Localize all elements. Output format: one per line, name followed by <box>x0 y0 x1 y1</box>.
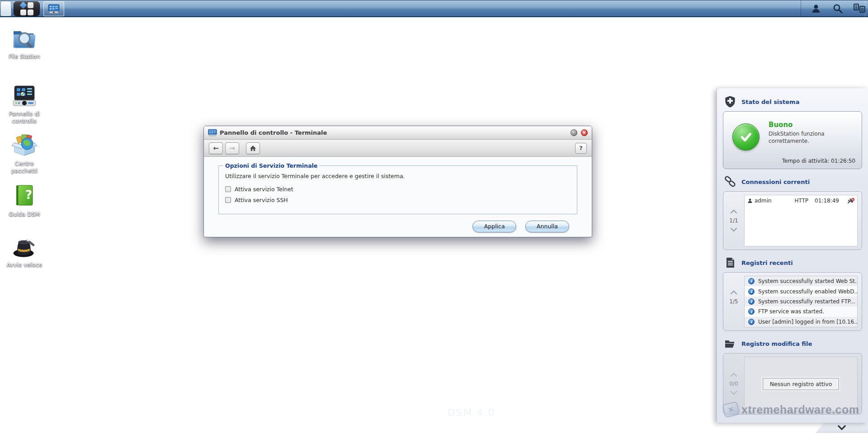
page-indicator: 1/5 <box>729 298 738 305</box>
connection-user: admin <box>755 198 794 204</box>
svg-text:?: ? <box>25 188 32 202</box>
taskbar-window-control-panel[interactable] <box>43 1 64 16</box>
log-row[interactable]: i System successfully enabled WebD... <box>745 286 857 296</box>
minimize-button[interactable] <box>571 129 577 136</box>
disconnect-icon[interactable] <box>847 198 854 204</box>
forward-button[interactable]: → <box>225 142 239 154</box>
telnet-checkbox-label[interactable]: Attiva servizio Telnet <box>235 186 293 193</box>
chain-link-icon <box>724 176 736 188</box>
ssh-option-row: Attiva servizio SSH <box>225 197 571 203</box>
connections-pager: 1/1 <box>723 192 744 250</box>
search-button[interactable] <box>832 3 844 14</box>
log-text: User [admin] logged in from [10.16... <box>758 319 858 325</box>
terminal-description: Utilizzare il servizio Terminale per acc… <box>225 173 571 179</box>
desktop-icon-quick-start[interactable]: Avvio veloce <box>3 233 46 269</box>
widget-panel-collapse-tab[interactable] <box>816 423 868 433</box>
desktop-icon-label: Avvio veloce <box>3 261 46 269</box>
status-text: Buono <box>769 121 793 129</box>
open-folder-icon <box>724 338 736 349</box>
brand-logy: logy <box>421 407 443 418</box>
help-icon: ? <box>579 145 583 151</box>
cancel-button[interactable]: Annulla <box>525 221 569 232</box>
info-icon: i <box>748 278 755 284</box>
connection-time: 01:18:49 <box>815 198 839 204</box>
back-button[interactable]: ← <box>209 142 223 154</box>
user-icon <box>811 4 821 14</box>
forward-arrow-icon: → <box>229 144 235 152</box>
chevron-down-icon <box>837 425 846 430</box>
close-button[interactable]: × <box>581 129 588 136</box>
search-icon <box>832 3 843 14</box>
telnet-checkbox[interactable] <box>225 186 231 192</box>
widget-title: Connessioni correnti <box>741 179 810 185</box>
main-menu-grid-icon <box>20 2 33 15</box>
file-log-card: 0/0 Nessun registro attivo <box>723 353 862 415</box>
apply-button[interactable]: Applica <box>472 221 516 232</box>
log-row[interactable]: i FTP service was started. <box>745 307 857 316</box>
logs-list: i System successfully started Web St... … <box>744 276 858 327</box>
connections-list: admin HTTP 01:18:49 <box>744 195 858 246</box>
user-menu-button[interactable] <box>810 3 822 14</box>
log-row[interactable]: i System successfully started Web St... <box>745 276 857 286</box>
main-menu-button[interactable] <box>14 1 40 16</box>
desktop-icon-label: File Station <box>3 53 46 60</box>
page-up-icon[interactable] <box>730 373 737 377</box>
log-row[interactable]: i System successfully restarted FTP... <box>745 297 857 307</box>
control-panel-terminal-dialog: Pannello di controllo - Terminale × ← → … <box>203 126 592 237</box>
show-desktop-button[interactable] <box>1 1 11 16</box>
info-icon: i <box>748 288 755 295</box>
desktop-icon-label: Centro pacchetti <box>3 160 46 174</box>
logs-card: 1/5 i System successfully started Web St… <box>723 272 862 331</box>
taskbar <box>0 0 868 17</box>
page-down-icon[interactable] <box>730 309 738 313</box>
desktop-icon-package-center[interactable]: Centro pacchetti <box>3 132 46 174</box>
dsm-brand-watermark: SynologyDSM 4.0 <box>392 407 495 418</box>
log-text: FTP service was started. <box>758 308 824 315</box>
desktop-icon-control-panel[interactable]: Pannello di controllo <box>3 82 46 124</box>
connections-card: 1/1 admin HTTP 01:18:49 <box>723 191 862 250</box>
uptime-text: Tempo di attività: 01:26:50 <box>782 158 855 164</box>
telnet-option-row: Attiva servizio Telnet <box>225 186 571 193</box>
system-health-header: Stato del sistema <box>717 93 868 110</box>
page-down-icon[interactable] <box>730 391 737 395</box>
widget-title: Registro modifica file <box>741 340 812 347</box>
package-center-icon <box>11 132 38 158</box>
log-text: System successfully started Web St... <box>758 278 858 284</box>
file-log-list: Nessun registro attivo <box>744 357 858 411</box>
desktop-icon-label: Guida DSM <box>3 211 46 218</box>
logs-pager: 1/5 <box>723 273 744 330</box>
info-icon: i <box>748 298 755 305</box>
taskbar-right-tray <box>801 0 865 17</box>
health-shield-icon <box>724 96 736 108</box>
page-down-icon[interactable] <box>730 228 737 232</box>
desktop-icon-file-station[interactable]: File Station <box>3 25 46 60</box>
page-up-icon[interactable] <box>730 290 737 294</box>
dialog-title: Pannello di controllo - Terminale <box>220 129 567 136</box>
system-health-card: Buono DiskStation funziona correttamente… <box>723 111 862 169</box>
pilot-view-button[interactable] <box>854 3 865 14</box>
widget-title: Stato del sistema <box>741 99 799 105</box>
log-row[interactable]: i User [admin] logged in from [10.16... <box>745 317 857 327</box>
desktop-icon-dsm-help[interactable]: ? Guida DSM <box>3 183 46 218</box>
pilot-view-icon <box>854 4 865 14</box>
home-button[interactable] <box>246 142 260 154</box>
log-document-icon <box>724 257 736 269</box>
file-log-pager: 0/0 <box>723 354 744 414</box>
connection-protocol: HTTP <box>794 198 808 204</box>
quick-start-icon <box>11 233 38 259</box>
file-station-icon <box>11 25 38 51</box>
page-indicator: 0/0 <box>729 381 738 387</box>
back-arrow-icon: ← <box>213 144 219 152</box>
dialog-title-icon <box>208 129 217 137</box>
page-up-icon[interactable] <box>730 209 737 213</box>
file-log-header: Registro modifica file <box>717 335 868 352</box>
widget-panel: Stato del sistema Buono DiskStation funz… <box>717 88 868 423</box>
connection-row[interactable]: admin HTTP 01:18:49 <box>745 195 857 206</box>
status-message: DiskStation funziona correttamente. <box>769 131 841 145</box>
ssh-checkbox-label[interactable]: Attiva servizio SSH <box>235 197 288 203</box>
help-button[interactable]: ? <box>575 143 587 154</box>
empty-log-message: Nessun registro attivo <box>763 378 840 390</box>
page-indicator: 1/1 <box>729 217 738 224</box>
ssh-checkbox[interactable] <box>225 197 231 203</box>
dialog-titlebar[interactable]: Pannello di controllo - Terminale × <box>204 126 592 140</box>
